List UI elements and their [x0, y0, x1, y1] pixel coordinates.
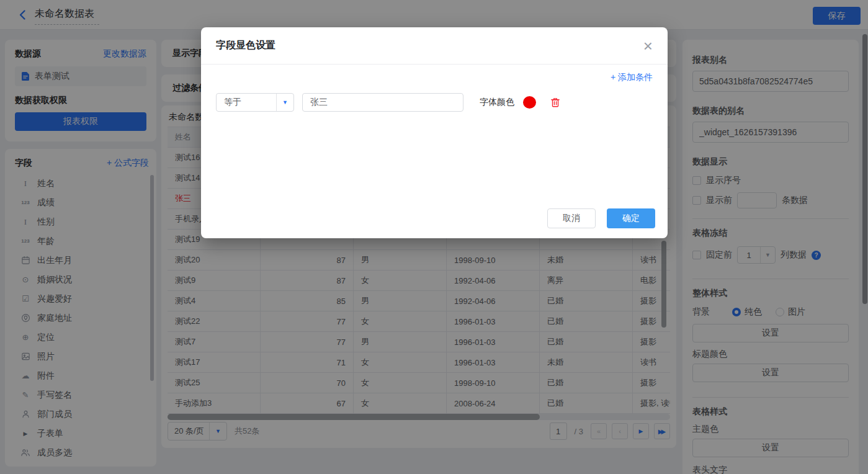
font-color-label: 字体颜色 [480, 97, 514, 108]
modal-title: 字段显色设置 [216, 39, 275, 52]
condition-row: 等于 ▼ 字体颜色 [216, 93, 653, 112]
operator-value: 等于 [217, 97, 276, 108]
condition-value-input[interactable] [302, 93, 463, 112]
operator-select[interactable]: 等于 ▼ [216, 93, 294, 112]
color-swatch[interactable] [523, 96, 536, 109]
add-condition-link[interactable]: + 添加条件 [611, 72, 653, 82]
chevron-down-icon: ▼ [276, 94, 293, 111]
close-icon[interactable]: × [643, 38, 653, 54]
trash-icon[interactable] [550, 97, 561, 108]
cancel-button[interactable]: 取消 [547, 208, 596, 228]
confirm-button[interactable]: 确定 [607, 208, 655, 228]
field-color-modal: 字段显色设置 × + 添加条件 等于 ▼ 字体颜色 [201, 27, 668, 238]
